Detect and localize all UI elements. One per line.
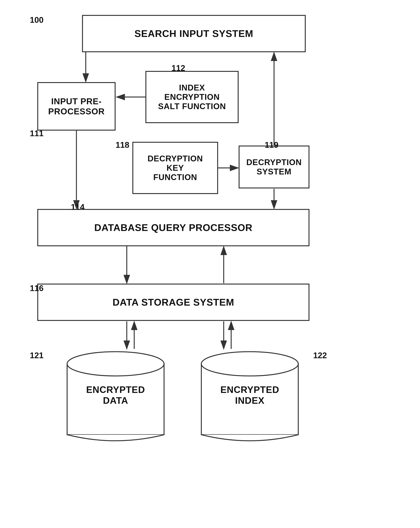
diagram-container: SEARCH INPUT SYSTEM 100 INPUT PRE-PROCES… <box>0 0 420 528</box>
index-encryption-box: INDEXENCRYPTIONSALT FUNCTION <box>145 71 239 123</box>
search-input-system-box: SEARCH INPUT SYSTEM <box>82 15 306 52</box>
db-query-label: DATABASE QUERY PROCESSOR <box>94 222 252 233</box>
decryption-key-box: DECRYPTIONKEYFUNCTION <box>132 142 218 194</box>
label-118: 118 <box>116 140 129 150</box>
encrypted-data-cylinder: ENCRYPTEDDATA <box>63 351 168 448</box>
label-112: 112 <box>172 63 185 73</box>
label-114: 114 <box>71 203 84 212</box>
decryption-sys-label: DECRYPTIONSYSTEM <box>246 158 302 176</box>
svg-point-17 <box>201 352 298 376</box>
label-119: 119 <box>265 140 278 150</box>
index-enc-label: INDEXENCRYPTIONSALT FUNCTION <box>158 83 226 111</box>
input-pre-processor-box: INPUT PRE-PROCESSOR <box>37 82 116 131</box>
decryption-system-box: DECRYPTIONSYSTEM <box>239 145 309 188</box>
decryption-key-label: DECRYPTIONKEYFUNCTION <box>148 154 203 182</box>
encrypted-data-label: ENCRYPTEDDATA <box>63 384 168 406</box>
data-storage-label: DATA STORAGE SYSTEM <box>113 297 234 308</box>
db-query-processor-box: DATABASE QUERY PROCESSOR <box>37 209 309 246</box>
input-pre-label: INPUT PRE-PROCESSOR <box>48 96 105 116</box>
label-111: 111 <box>30 129 43 138</box>
label-121: 121 <box>30 351 43 360</box>
label-100: 100 <box>30 15 43 25</box>
encrypted-index-label: ENCRYPTEDINDEX <box>198 384 302 406</box>
search-input-system-label: SEARCH INPUT SYSTEM <box>134 28 253 39</box>
data-storage-system-box: DATA STORAGE SYSTEM <box>37 284 309 321</box>
svg-point-15 <box>67 352 164 376</box>
encrypted-index-cylinder: ENCRYPTEDINDEX <box>198 351 302 448</box>
label-116: 116 <box>30 284 43 293</box>
label-122: 122 <box>313 351 327 360</box>
